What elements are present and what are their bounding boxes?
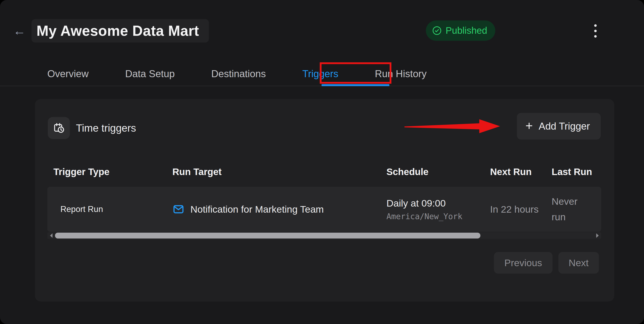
tab-triggers[interactable]: Triggers xyxy=(302,68,338,79)
scrollbar-track[interactable] xyxy=(55,232,594,239)
schedule-timezone: America/New_York xyxy=(386,212,490,221)
cell-run-target: Notification for Marketing Team xyxy=(172,203,386,215)
previous-button[interactable]: Previous xyxy=(494,252,552,274)
check-circle-icon xyxy=(432,25,442,36)
col-run-target: Run Target xyxy=(172,166,386,177)
tab-destinations[interactable]: Destinations xyxy=(211,68,266,79)
run-target-label: Notification for Marketing Team xyxy=(190,204,324,215)
tab-run-history[interactable]: Run History xyxy=(375,68,426,79)
col-next-run: Next Run xyxy=(490,166,552,177)
title-field[interactable]: My Awesome Data Mart xyxy=(32,19,209,42)
cell-schedule: Daily at 09:00 America/New_York xyxy=(386,198,490,221)
back-arrow-icon[interactable]: ← xyxy=(12,24,26,38)
tab-data-setup[interactable]: Data Setup xyxy=(125,68,175,79)
page-title: My Awesome Data Mart xyxy=(36,22,199,39)
annotation-arrow xyxy=(404,116,501,136)
scrollbar-thumb[interactable] xyxy=(55,233,480,238)
panel-title: Time triggers xyxy=(76,117,136,139)
plus-icon: + xyxy=(526,120,533,132)
status-badge-label: Published xyxy=(446,25,487,36)
next-button[interactable]: Next xyxy=(558,252,599,274)
scroll-left-icon[interactable] xyxy=(47,232,55,239)
tab-overview[interactable]: Overview xyxy=(47,68,88,79)
table-row[interactable]: Report Run Notification for Marketing Te… xyxy=(47,187,601,232)
cell-next-run: In 22 hours xyxy=(490,202,552,217)
kebab-menu-icon[interactable] xyxy=(588,23,602,39)
email-icon xyxy=(172,203,184,215)
cell-trigger-type: Report Run xyxy=(54,204,172,214)
col-last-run: Last Run xyxy=(552,166,607,177)
col-trigger-type: Trigger Type xyxy=(54,166,172,177)
time-triggers-panel: Time triggers + Add Trigger Trigger Type… xyxy=(35,99,614,302)
horizontal-scrollbar[interactable] xyxy=(47,232,601,239)
schedule-text: Daily at 09:00 xyxy=(386,198,490,209)
tab-bar: Overview Data Setup Destinations Trigger… xyxy=(47,61,426,86)
status-badge: Published xyxy=(426,20,495,41)
page-header: ← My Awesome Data Mart Published xyxy=(0,19,644,43)
scroll-right-icon[interactable] xyxy=(594,232,601,239)
pagination: Previous Next xyxy=(494,252,599,274)
add-trigger-button[interactable]: + Add Trigger xyxy=(517,113,601,140)
col-schedule: Schedule xyxy=(386,166,490,177)
table-header-row: Trigger Type Run Target Schedule Next Ru… xyxy=(54,166,607,177)
active-tab-indicator xyxy=(322,84,389,86)
cell-last-run: Never run xyxy=(552,194,601,225)
calendar-clock-icon xyxy=(48,117,70,139)
app-window: ← My Awesome Data Mart Published Overvie… xyxy=(0,0,644,324)
